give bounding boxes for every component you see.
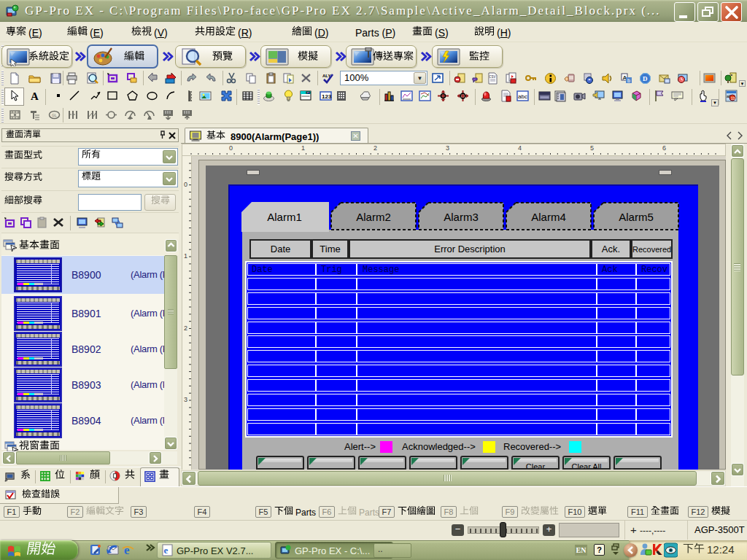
svg-text:GL: GL <box>52 113 57 117</box>
svg-text:b: b <box>627 78 630 83</box>
svg-text:e: e <box>124 543 130 557</box>
svg-text:abc: abc <box>518 93 527 100</box>
svg-text:e: e <box>164 545 169 556</box>
svg-text:13: 13 <box>731 96 735 101</box>
svg-text:D: D <box>643 75 648 82</box>
svg-text:CSV: CSV <box>489 75 496 79</box>
svg-text:123: 123 <box>322 93 332 100</box>
svg-text:A: A <box>31 90 39 102</box>
